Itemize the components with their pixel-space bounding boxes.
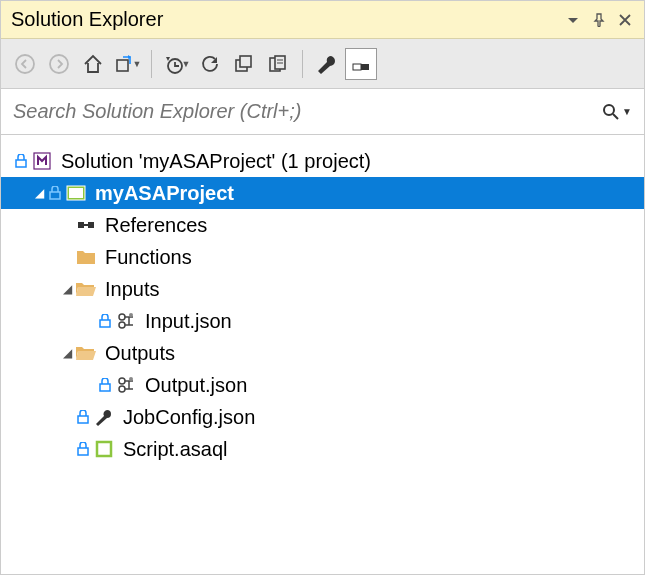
solution-icon	[31, 150, 53, 172]
svg-point-21	[119, 322, 125, 328]
pin-button[interactable]	[590, 11, 608, 29]
lock-icon	[97, 314, 113, 328]
expand-icon[interactable]: ◢	[59, 346, 75, 360]
svg-rect-16	[78, 222, 84, 228]
svg-rect-2	[117, 60, 128, 71]
collapse-all-button[interactable]	[228, 48, 260, 80]
svg-rect-11	[16, 160, 26, 167]
functions-node[interactable]: Functions	[1, 241, 644, 273]
svg-point-26	[129, 377, 133, 381]
forward-button[interactable]	[43, 48, 75, 80]
references-icon	[75, 214, 97, 236]
expand-icon[interactable]: ◢	[31, 186, 47, 200]
lock-icon	[75, 442, 91, 456]
lock-icon	[97, 378, 113, 392]
lock-icon	[13, 154, 29, 168]
svg-rect-18	[84, 224, 88, 226]
toolbar: ▼ ▼	[1, 39, 644, 89]
input-json-node[interactable]: Input.json	[1, 305, 644, 337]
expand-icon[interactable]: ◢	[59, 282, 75, 296]
folder-open-icon	[75, 342, 97, 364]
svg-rect-17	[88, 222, 94, 228]
svg-point-10	[604, 105, 614, 115]
solution-node[interactable]: Solution 'myASAProject' (1 project)	[1, 145, 644, 177]
svg-point-0	[16, 55, 34, 73]
references-label: References	[105, 214, 207, 237]
jobconfig-node[interactable]: JobConfig.json	[1, 401, 644, 433]
toolbar-separator	[302, 50, 303, 78]
outputs-node[interactable]: ◢ Outputs	[1, 337, 644, 369]
search-input[interactable]	[13, 100, 602, 123]
svg-point-20	[119, 314, 125, 320]
search-bar: ▼	[1, 89, 644, 135]
lock-icon	[47, 186, 63, 200]
output-json-label: Output.json	[145, 374, 247, 397]
svg-point-1	[50, 55, 68, 73]
svg-rect-19	[100, 320, 110, 327]
svg-rect-9	[353, 64, 361, 70]
project-label: myASAProject	[95, 182, 234, 205]
sync-button[interactable]: ▼	[111, 48, 143, 80]
wrench-icon	[93, 406, 115, 428]
svg-rect-15	[69, 188, 83, 198]
preview-button[interactable]	[345, 48, 377, 80]
output-json-node[interactable]: Output.json	[1, 369, 644, 401]
folder-icon	[75, 246, 97, 268]
json-file-icon	[115, 374, 137, 396]
panel-titlebar: Solution Explorer	[1, 1, 644, 39]
svg-point-22	[129, 313, 133, 317]
window-menu-button[interactable]	[564, 11, 582, 29]
input-json-label: Input.json	[145, 310, 232, 333]
home-button[interactable]	[77, 48, 109, 80]
folder-open-icon	[75, 278, 97, 300]
svg-rect-28	[78, 448, 88, 455]
outputs-label: Outputs	[105, 342, 175, 365]
svg-rect-27	[78, 416, 88, 423]
functions-label: Functions	[105, 246, 192, 269]
panel-title: Solution Explorer	[11, 8, 556, 31]
project-icon	[65, 182, 87, 204]
json-file-icon	[115, 310, 137, 332]
svg-rect-30	[101, 446, 107, 452]
search-button[interactable]: ▼	[602, 103, 632, 121]
svg-rect-5	[240, 56, 251, 67]
solution-label: Solution 'myASAProject' (1 project)	[61, 150, 371, 173]
inputs-node[interactable]: ◢ Inputs	[1, 273, 644, 305]
svg-rect-13	[50, 192, 60, 199]
inputs-label: Inputs	[105, 278, 159, 301]
lock-icon	[75, 410, 91, 424]
refresh-button[interactable]	[194, 48, 226, 80]
svg-point-25	[119, 386, 125, 392]
properties-button[interactable]	[311, 48, 343, 80]
svg-point-24	[119, 378, 125, 384]
project-node[interactable]: ◢ myASAProject	[1, 177, 644, 209]
back-button[interactable]	[9, 48, 41, 80]
jobconfig-label: JobConfig.json	[123, 406, 255, 429]
pending-changes-button[interactable]: ▼	[160, 48, 192, 80]
close-button[interactable]	[616, 11, 634, 29]
solution-tree: Solution 'myASAProject' (1 project) ◢ my…	[1, 135, 644, 574]
references-node[interactable]: References	[1, 209, 644, 241]
show-all-files-button[interactable]	[262, 48, 294, 80]
script-icon	[93, 438, 115, 460]
script-node[interactable]: Script.asaql	[1, 433, 644, 465]
svg-rect-23	[100, 384, 110, 391]
script-label: Script.asaql	[123, 438, 228, 461]
toolbar-separator	[151, 50, 152, 78]
